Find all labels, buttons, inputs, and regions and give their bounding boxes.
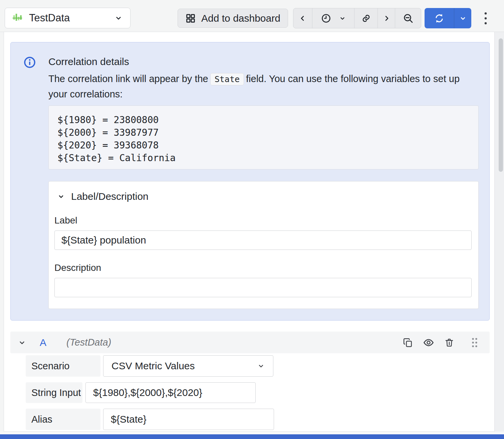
label-description-card: Label/Description Label Description: [48, 181, 479, 309]
description-field-label: Description: [54, 263, 470, 273]
alias-field-label: Alias: [26, 409, 100, 430]
query-collapse-button[interactable]: [18, 338, 26, 347]
info-icon: [23, 56, 36, 69]
trash-icon: [444, 338, 454, 348]
remove-query-button[interactable]: [444, 338, 454, 348]
link-icon: [361, 13, 371, 23]
zoom-out-icon: [403, 13, 414, 24]
time-shift-forward-button[interactable]: [378, 8, 395, 28]
label-input[interactable]: [54, 231, 472, 250]
toggle-visibility-button[interactable]: [423, 337, 434, 348]
chevron-down-icon: [114, 14, 123, 22]
clock-icon: [321, 13, 331, 24]
label-description-title: Label/Description: [71, 191, 149, 202]
variable-line: ${2000} = 33987977: [57, 126, 470, 139]
time-picker-button[interactable]: [312, 8, 354, 28]
add-to-dashboard-button[interactable]: Add to dashboard: [178, 9, 288, 28]
query-ref-id[interactable]: A: [40, 337, 46, 348]
chevron-down-icon: [18, 338, 26, 347]
correlation-variables-block: ${1980} = 23800800 ${2000} = 33987977 ${…: [48, 105, 479, 169]
variable-line: ${State} = California: [57, 152, 470, 164]
sync-icon: [434, 13, 445, 24]
time-shift-back-button[interactable]: [293, 8, 312, 28]
scrollbar-thumb[interactable]: [499, 38, 503, 172]
kebab-menu-icon: [481, 11, 491, 25]
refresh-button[interactable]: [425, 8, 454, 28]
more-options-button[interactable]: [479, 9, 492, 27]
description-input[interactable]: [54, 278, 472, 297]
page: TestData Add to dashboard: [0, 0, 504, 439]
field-name-chip: State: [210, 73, 244, 85]
time-controls: [293, 8, 421, 28]
add-to-dashboard-label: Add to dashboard: [201, 13, 280, 24]
drag-query-handle[interactable]: [470, 337, 479, 348]
query-datasource-name: (TestData): [66, 337, 111, 348]
scenario-field-label: Scenario: [26, 355, 100, 377]
apps-grid-icon: [185, 13, 196, 24]
alias-input[interactable]: [103, 409, 274, 430]
testdata-datasource-icon: [12, 12, 24, 24]
eye-icon: [423, 337, 434, 348]
scenario-select[interactable]: CSV Metric Values: [103, 355, 273, 377]
variable-line: ${2020} = 39368078: [57, 139, 470, 152]
chevron-down-icon: [57, 192, 65, 200]
string-input-field-label: String Input: [26, 382, 82, 403]
query-row-header[interactable]: A (TestData): [10, 332, 490, 353]
chevron-down-icon: [257, 362, 265, 370]
chevron-right-icon: [383, 14, 391, 22]
datasource-picker-label: TestData: [29, 12, 70, 24]
duplicate-query-button[interactable]: [403, 338, 413, 348]
refresh-split-button: [425, 8, 471, 28]
toolbar: TestData Add to dashboard: [0, 0, 504, 32]
refresh-interval-dropdown[interactable]: [454, 8, 471, 28]
alert-text: The correlation link will appear by theS…: [48, 71, 479, 101]
label-field-label: Label: [54, 215, 470, 226]
editor-panel: Correlation details The correlation link…: [4, 32, 495, 432]
alert-text-before: The correlation link will appear by the: [48, 73, 208, 84]
string-input-input[interactable]: [85, 382, 256, 403]
copy-time-range-button[interactable]: [354, 8, 378, 28]
chevron-down-icon: [459, 14, 467, 22]
grip-dots-icon: [470, 337, 479, 348]
bottom-accent-bar: [0, 434, 504, 439]
scenario-select-value: CSV Metric Values: [111, 360, 257, 372]
zoom-out-time-button[interactable]: [395, 8, 421, 28]
chevron-down-icon: [339, 15, 346, 22]
datasource-picker[interactable]: TestData: [5, 8, 131, 28]
variable-line: ${1980} = 23800800: [57, 114, 470, 126]
chevron-left-icon: [299, 14, 307, 22]
alert-title: Correlation details: [48, 56, 479, 68]
correlation-details-alert: Correlation details The correlation link…: [10, 42, 490, 321]
copy-icon: [403, 338, 413, 348]
label-description-collapse[interactable]: Label/Description: [57, 190, 470, 202]
